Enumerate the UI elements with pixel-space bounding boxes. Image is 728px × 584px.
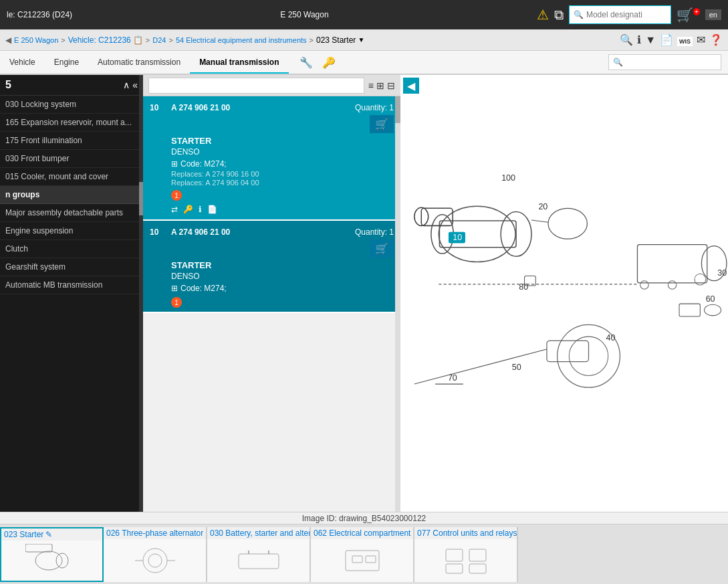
sidebar-item-locking[interactable]: 030 Locking system bbox=[0, 96, 143, 114]
parts-search-input[interactable] bbox=[148, 78, 364, 94]
label-50: 50 bbox=[512, 363, 521, 372]
language-badge[interactable]: en bbox=[705, 9, 721, 20]
breadcrumb-home-icon: ◀ bbox=[5, 35, 11, 45]
sidebar-item-expansion[interactable]: 165 Expansion reservoir, mount a... bbox=[0, 114, 143, 132]
breadcrumb-starter[interactable]: 023 Starter ▼ bbox=[316, 35, 364, 45]
part-2-brand: DENSO bbox=[171, 272, 394, 281]
part-1-replaces-1[interactable]: Replaces: A 274 906 16 00 bbox=[171, 170, 394, 178]
part-1-key-icon[interactable]: 🔑 bbox=[183, 205, 193, 214]
cart-icon[interactable]: 🛒+ bbox=[677, 7, 700, 23]
sidebar-item-engine-suspension[interactable]: Engine suspension bbox=[0, 222, 143, 240]
svg-rect-13 bbox=[446, 549, 463, 561]
part-2-cart-btn[interactable]: 🛒 bbox=[370, 239, 394, 258]
breadcrumb-electrical[interactable]: 54 Electrical equipment and instruments bbox=[176, 36, 307, 44]
thumb-starter[interactable]: 023 Starter ✎ bbox=[0, 527, 104, 582]
part-1-qty: Quantity: 1 🛒 bbox=[355, 103, 394, 133]
thumb-control-units[interactable]: 077 Control units and relays i ✎ bbox=[414, 527, 518, 582]
sidebar: 5 ∧ « 030 Locking system 165 Expansion r… bbox=[0, 75, 143, 512]
grid-view-btn[interactable]: ⊞ bbox=[376, 80, 384, 91]
top-bar: le: C212236 (D24) E 250 Wagon ⚠ ⧉ 🔍 🛒+ e… bbox=[0, 0, 728, 29]
parts-scroll-area: 10 A 274 906 21 00 Quantity: 1 🛒 STARTER… bbox=[143, 96, 400, 512]
part-1-transfer-icon[interactable]: ⇄ bbox=[171, 205, 178, 214]
zoom-icon-btn[interactable]: 🔍 bbox=[620, 33, 633, 46]
doc-icon-btn[interactable]: 📄 bbox=[660, 33, 673, 46]
wis-icon-btn[interactable]: WIS bbox=[677, 34, 693, 46]
filter-icon-btn[interactable]: ▼ bbox=[645, 34, 656, 46]
sidebar-item-clutch[interactable]: Clutch bbox=[0, 240, 143, 258]
sidebar-item-gearshift[interactable]: Gearshift system bbox=[0, 258, 143, 276]
top-bar-icons: ⚠ ⧉ 🔍 🛒+ en bbox=[537, 5, 721, 24]
label-40: 40 bbox=[606, 333, 616, 343]
armature bbox=[547, 340, 589, 361]
sidebar-header: 5 ∧ « bbox=[0, 75, 143, 96]
thumb-4-svg bbox=[336, 544, 389, 577]
part-1-code-row: ⊞ Code: M274; bbox=[171, 159, 394, 169]
breadcrumb-vehicle[interactable]: Vehicle: C212236 📋 bbox=[68, 35, 143, 45]
tab-automatic-transmission[interactable]: Automatic transmission bbox=[88, 52, 190, 74]
sidebar-item-bumper[interactable]: 030 Front bumper bbox=[0, 150, 143, 168]
tab-manual-transmission[interactable]: Manual transmission bbox=[190, 52, 288, 74]
thumb-2-title: 026 Three-phase alternator ✎ bbox=[104, 527, 206, 539]
vehicle-copy-icon[interactable]: 📋 bbox=[133, 35, 143, 45]
thumb-2-svg bbox=[128, 544, 182, 577]
part-1-info-icon[interactable]: ℹ bbox=[199, 205, 202, 214]
svg-rect-16 bbox=[469, 564, 486, 573]
thumb-footwell[interactable]: 062 Electrical compartment in front pass… bbox=[311, 527, 414, 582]
thumb-battery[interactable]: 030 Battery, starter and alternator line… bbox=[207, 527, 311, 582]
tab-search-input[interactable] bbox=[623, 58, 717, 67]
thumb-1-svg bbox=[25, 544, 79, 577]
breadcrumb-d24[interactable]: D24 bbox=[152, 36, 166, 44]
sidebar-item-illumination[interactable]: 175 Front illumination bbox=[0, 132, 143, 150]
part-1-brand: DENSO bbox=[171, 147, 394, 157]
model-search-input[interactable] bbox=[586, 10, 666, 19]
label-10: 10 bbox=[453, 233, 462, 242]
breadcrumb-e250[interactable]: E 250 Wagon bbox=[14, 36, 58, 44]
mail-icon-btn[interactable]: ✉ bbox=[697, 33, 705, 46]
label-60: 60 bbox=[706, 294, 715, 304]
list-view-btn[interactable]: ≡ bbox=[368, 80, 374, 91]
dropdown-icon[interactable]: ▼ bbox=[358, 36, 364, 43]
warning-icon: ⚠ bbox=[537, 7, 549, 23]
image-id-text: Image ID: drawing_B54023000122 bbox=[302, 514, 426, 523]
connector-20 bbox=[531, 220, 548, 222]
model-search-box: 🔍 bbox=[569, 5, 671, 24]
part-1-replaces-2[interactable]: Replaces: A 274 906 04 00 bbox=[171, 179, 394, 187]
part-1-doc-icon[interactable]: 📄 bbox=[207, 205, 217, 214]
compact-view-btn[interactable]: ⊟ bbox=[387, 80, 395, 91]
part-2-badge-area: 1 bbox=[171, 297, 182, 308]
tab-search-icon: 🔍 bbox=[613, 58, 623, 67]
file-label: le: C212236 (D24) bbox=[7, 10, 72, 19]
grid-icon-2: ⊞ bbox=[171, 284, 178, 293]
svg-rect-15 bbox=[446, 564, 463, 573]
tab-search-box: 🔍 bbox=[608, 54, 721, 70]
bolt-1 bbox=[640, 281, 649, 290]
sidebar-item-major-assembly[interactable]: Major assembly detachable parts bbox=[0, 204, 143, 222]
copy-icon[interactable]: ⧉ bbox=[554, 7, 564, 23]
svg-rect-11 bbox=[352, 556, 362, 563]
part-1-number: A 274 906 21 00 bbox=[171, 103, 355, 112]
bolt-2 bbox=[668, 281, 677, 290]
thumb-3-title: 030 Battery, starter and alternator line… bbox=[207, 527, 310, 539]
main-area: 5 ∧ « 030 Locking system 165 Expansion r… bbox=[0, 75, 728, 512]
key-icon-btn[interactable]: 🔑 bbox=[318, 54, 340, 72]
svg-point-0 bbox=[35, 551, 62, 570]
tab-vehicle[interactable]: Vehicle bbox=[0, 52, 45, 74]
part-2-badge: 1 bbox=[171, 297, 182, 308]
help-icon-btn[interactable]: ❓ bbox=[709, 33, 723, 46]
sidebar-item-cooler[interactable]: 015 Cooler, mount and cover bbox=[0, 168, 143, 186]
small-cap-r bbox=[705, 304, 721, 316]
info-icon-btn[interactable]: ℹ bbox=[637, 33, 641, 46]
wrench-icon-btn[interactable]: 🔧 bbox=[295, 54, 317, 72]
part-1-cart-btn[interactable]: 🛒 bbox=[370, 115, 394, 133]
sidebar-collapse-btn[interactable]: ∧ bbox=[123, 80, 130, 90]
part-item-2-header: 10 A 274 906 21 00 Quantity: 1 🛒 bbox=[150, 227, 394, 258]
tab-engine[interactable]: Engine bbox=[45, 52, 88, 74]
thumb-alternator[interactable]: 026 Three-phase alternator ✎ bbox=[104, 527, 207, 582]
thumb-1-edit-icon[interactable]: ✎ bbox=[45, 530, 52, 539]
sidebar-close-btn[interactable]: « bbox=[132, 80, 138, 90]
part-1-actions: ⇄ 🔑 ℹ 📄 bbox=[171, 205, 394, 214]
part-2-num: 10 bbox=[150, 227, 166, 237]
parts-scrollbar-thumb[interactable] bbox=[395, 96, 400, 123]
thumb-2-edit-icon[interactable]: ✎ bbox=[205, 528, 206, 538]
sidebar-item-auto-mb[interactable]: Automatic MB transmission bbox=[0, 276, 143, 294]
